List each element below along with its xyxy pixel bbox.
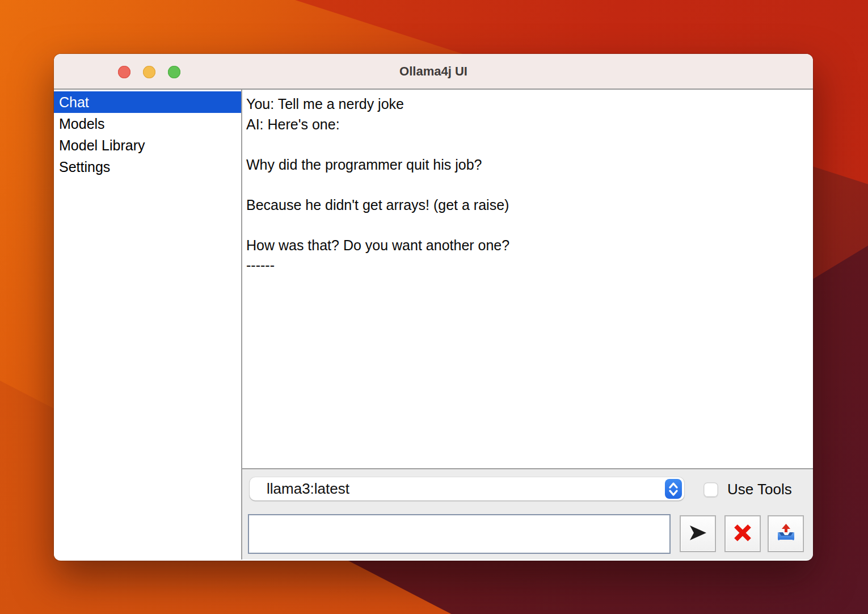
sidebar-item-settings[interactable]: Settings [54,156,241,178]
sidebar-nav: Chat Models Model Library Settings [54,90,242,560]
chat-controls-panel: llama3:latest Use Tools [242,469,813,560]
chat-line [246,215,811,235]
chat-line: ------ [246,255,811,276]
send-arrow-icon [688,523,708,545]
zoom-button[interactable] [168,66,180,78]
window-title: Ollama4j UI [399,64,467,79]
traffic-lights [118,66,180,78]
chat-line: How was that? Do you want another one? [246,235,811,256]
upload-tray-icon [775,523,797,545]
message-input[interactable] [248,514,671,554]
minimize-button[interactable] [143,66,155,78]
sidebar-item-model-library[interactable]: Model Library [54,134,241,156]
send-button[interactable] [680,515,716,552]
up-down-chevrons-icon [665,479,682,499]
chat-line [246,134,811,155]
desktop: Ollama4j UI Chat Models Model Library Se… [0,0,868,614]
upload-button[interactable] [768,515,804,552]
chat-line: Why did the programmer quit his job? [246,155,811,175]
app-window: Ollama4j UI Chat Models Model Library Se… [54,54,813,561]
chat-line [246,175,811,195]
model-select-value: llama3:latest [250,480,349,498]
model-select-dropdown[interactable]: llama3:latest [250,477,684,501]
clear-chat-button[interactable] [724,515,761,552]
close-button[interactable] [118,66,130,78]
titlebar[interactable]: Ollama4j UI [54,54,813,90]
chat-line: You: Tell me a nerdy joke [246,94,811,115]
sidebar-item-chat[interactable]: Chat [54,91,241,113]
use-tools-checkbox[interactable] [703,482,718,497]
chat-line: Because he didn't get arrays! (get a rai… [246,195,811,216]
chat-line: AI: Here's one: [246,115,811,135]
use-tools-label: Use Tools [727,481,792,498]
sidebar-item-models[interactable]: Models [54,113,241,134]
red-x-icon [732,523,753,545]
chat-transcript[interactable]: You: Tell me a nerdy joke AI: Here's one… [242,90,813,469]
